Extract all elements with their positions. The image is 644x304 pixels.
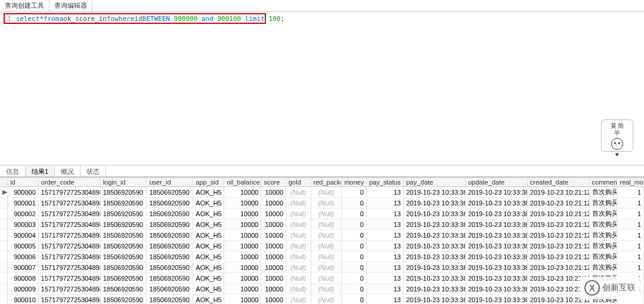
cell-created_date[interactable]: 2019-10-23 10:21:12 [527, 198, 589, 208]
cell-gold[interactable]: (Null) [286, 294, 311, 305]
cell-money[interactable]: 0 [342, 294, 367, 305]
cell-order_code[interactable]: 157179727253048982​7 [38, 208, 100, 219]
results-grid[interactable]: idorder_codelogin_iduser_idapp_sidoil_ba… [0, 177, 644, 304]
cell-id[interactable]: 900009 [7, 284, 38, 294]
cell-real_mone[interactable]: 1 [617, 262, 644, 273]
cell-created_date[interactable]: 2019-10-23 10:21:12 [527, 219, 589, 230]
cell-id[interactable]: 900001 [7, 198, 38, 208]
row-selector-icon[interactable]: ▶ [0, 187, 7, 198]
cell-order_code[interactable]: 157179727253048982​7 [38, 230, 100, 241]
cell-score[interactable]: 10000 [261, 262, 286, 273]
column-header-gold[interactable]: gold [286, 178, 311, 187]
cell-pay_status[interactable]: 13 [366, 219, 403, 230]
cell-user_id[interactable]: 18506920590 [147, 294, 193, 305]
column-header-created_date[interactable]: created_date [527, 178, 589, 187]
sql-editor[interactable]: 1 select * from aok_score_info where id … [4, 13, 266, 24]
row-selector-icon[interactable] [0, 208, 7, 219]
cell-real_mone[interactable]: 1 [617, 251, 644, 262]
cell-money[interactable]: 0 [342, 251, 367, 262]
cell-oil_balance[interactable]: 10000 [224, 284, 261, 294]
cell-pay_status[interactable]: 13 [366, 262, 403, 273]
table-row[interactable]: ▶900000157179727253048982​71850692059018… [0, 187, 644, 198]
cell-update_date[interactable]: 2019-10-23 10:33:38 [465, 284, 527, 294]
cell-update_date[interactable]: 2019-10-23 10:33:38 [465, 262, 527, 273]
cell-score[interactable]: 10000 [261, 208, 286, 219]
cell-money[interactable]: 0 [342, 219, 367, 230]
column-header-pay_status[interactable]: pay_status [366, 178, 403, 187]
cell-pay_status[interactable]: 13 [366, 251, 403, 262]
column-header-update_date[interactable]: update_date [465, 178, 527, 187]
cell-score[interactable]: 10000 [261, 284, 286, 294]
table-row[interactable]: 900001157179727253048982​718506920590185… [0, 198, 644, 208]
cell-pay_status[interactable]: 13 [366, 208, 403, 219]
cell-oil_balance[interactable]: 10000 [224, 208, 261, 219]
row-selector-icon[interactable] [0, 219, 7, 230]
cell-app_sid[interactable]: AOK_H5 [193, 251, 224, 262]
cell-order_code[interactable]: 157179727253048982​7 [38, 284, 100, 294]
cell-id[interactable]: 900007 [7, 262, 38, 273]
cell-id[interactable]: 900002 [7, 208, 38, 219]
row-selector-icon[interactable] [0, 198, 7, 208]
column-header-pay_date[interactable]: pay_date [404, 178, 466, 187]
table-row[interactable]: 900007157179727253048982​718506920590185… [0, 262, 644, 273]
column-header-red_packet[interactable]: red_packet [311, 178, 342, 187]
cell-login_id[interactable]: 18506920590 [100, 294, 147, 305]
cell-red_packet[interactable]: (Null) [311, 251, 342, 262]
cell-red_packet[interactable]: (Null) [311, 219, 342, 230]
cell-gold[interactable]: (Null) [286, 241, 311, 251]
cell-id[interactable]: 900000 [7, 187, 38, 198]
cell-login_id[interactable]: 18506920590 [100, 251, 147, 262]
cell-gold[interactable]: (Null) [286, 262, 311, 273]
cell-gold[interactable]: (Null) [286, 273, 311, 284]
cell-update_date[interactable]: 2019-10-23 10:33:38 [465, 241, 527, 251]
cell-login_id[interactable]: 18506920590 [100, 219, 147, 230]
cell-money[interactable]: 0 [342, 284, 367, 294]
row-selector-icon[interactable] [0, 230, 7, 241]
cell-real_mone[interactable]: 1 [617, 219, 644, 230]
cell-update_date[interactable]: 2019-10-23 10:33:38 [465, 230, 527, 241]
cell-order_code[interactable]: 157179727253048982​7 [38, 294, 100, 305]
cell-score[interactable]: 10000 [261, 294, 286, 305]
cell-pay_date[interactable]: 2019-10-23 10:33:38 [404, 241, 466, 251]
cell-app_sid[interactable]: AOK_H5 [193, 273, 224, 284]
cell-red_packet[interactable]: (Null) [311, 187, 342, 198]
cell-pay_date[interactable]: 2019-10-23 10:33:38 [404, 198, 466, 208]
cell-score[interactable]: 10000 [261, 187, 286, 198]
column-header-order_code[interactable]: order_code [38, 178, 100, 187]
cell-pay_status[interactable]: 13 [366, 284, 403, 294]
cell-money[interactable]: 0 [342, 187, 367, 198]
cell-order_code[interactable]: 157179727253048982​7 [38, 251, 100, 262]
cell-oil_balance[interactable]: 10000 [224, 262, 261, 273]
cell-update_date[interactable]: 2019-10-23 10:33:38 [465, 251, 527, 262]
cell-id[interactable]: 900010 [7, 294, 38, 305]
cell-gold[interactable]: (Null) [286, 187, 311, 198]
cell-app_sid[interactable]: AOK_H5 [193, 284, 224, 294]
cell-comment[interactable]: 首次购买 [589, 219, 617, 230]
cell-red_packet[interactable]: (Null) [311, 230, 342, 241]
column-header-real_mone[interactable]: real_mone [617, 178, 644, 187]
column-header-comment[interactable]: comment [589, 178, 617, 187]
cell-red_packet[interactable]: (Null) [311, 273, 342, 284]
cell-created_date[interactable]: 2019-10-23 10:21:12 [527, 208, 589, 219]
cell-login_id[interactable]: 18506920590 [100, 284, 147, 294]
cell-real_mone[interactable]: 1 [617, 241, 644, 251]
cell-money[interactable]: 0 [342, 198, 367, 208]
cell-gold[interactable]: (Null) [286, 284, 311, 294]
cell-app_sid[interactable]: AOK_H5 [193, 208, 224, 219]
cell-user_id[interactable]: 18506920590 [147, 284, 193, 294]
cell-login_id[interactable]: 18506920590 [100, 208, 147, 219]
cell-pay_status[interactable]: 13 [366, 241, 403, 251]
cell-id[interactable]: 900003 [7, 219, 38, 230]
tab-profile[interactable]: 概况 [55, 165, 80, 176]
table-row[interactable]: 900008157179727253048982​718506920590185… [0, 273, 644, 284]
cell-gold[interactable]: (Null) [286, 198, 311, 208]
cell-user_id[interactable]: 18506920590 [147, 230, 193, 241]
cell-pay_date[interactable]: 2019-10-23 10:33:38 [404, 187, 466, 198]
column-header-oil_balance[interactable]: oil_balance [224, 178, 261, 187]
cell-comment[interactable]: 首次购买 [589, 198, 617, 208]
cell-app_sid[interactable]: AOK_H5 [193, 241, 224, 251]
cell-money[interactable]: 0 [342, 241, 367, 251]
cell-oil_balance[interactable]: 10000 [224, 251, 261, 262]
cell-user_id[interactable]: 18506920590 [147, 241, 193, 251]
row-selector-icon[interactable] [0, 262, 7, 273]
